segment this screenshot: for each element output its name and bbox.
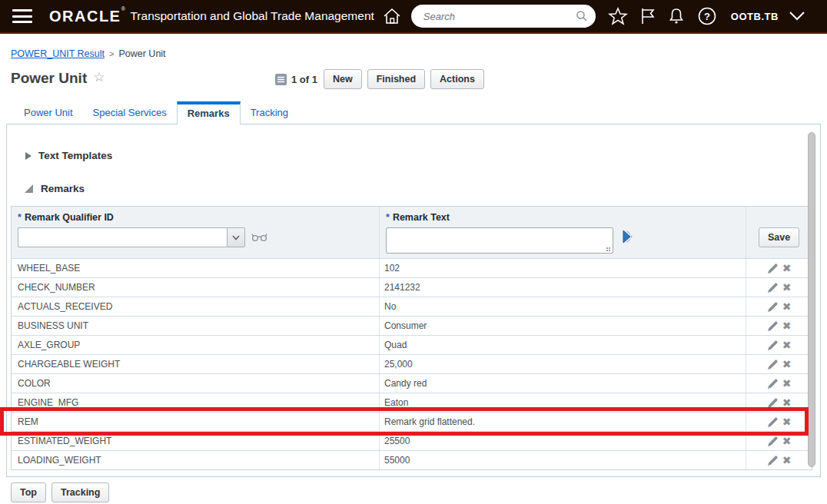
table-row[interactable]: LOADING_WEIGHT 55000 ✖: [12, 450, 812, 469]
help-icon[interactable]: ?: [697, 6, 717, 26]
table-row[interactable]: BUSINESS UNIT Consumer ✖: [12, 316, 812, 335]
edit-pencil-icon[interactable]: [767, 263, 779, 274]
row-actions: ✖: [746, 451, 812, 469]
menu-icon[interactable]: [12, 9, 32, 23]
remark-qualifier-cell: ESTIMATED_WEIGHT: [12, 432, 380, 450]
vertical-scrollbar[interactable]: [808, 129, 816, 472]
edit-pencil-icon[interactable]: [767, 359, 779, 370]
favorite-star-icon[interactable]: ☆: [93, 70, 105, 85]
column-header-remark-qualifier-id: *Remark Qualifier ID: [18, 212, 379, 223]
edit-pencil-icon[interactable]: [767, 397, 779, 409]
scrollbar-thumb[interactable]: [808, 132, 815, 467]
delete-x-icon[interactable]: ✖: [782, 455, 792, 466]
table-header-row: *Remark Qualifier ID *Remark: [12, 207, 812, 258]
tab-power-unit[interactable]: Power Unit: [14, 102, 83, 124]
delete-x-icon[interactable]: ✖: [782, 397, 792, 408]
edit-pencil-icon[interactable]: [767, 378, 779, 390]
edit-pencil-icon[interactable]: [767, 320, 779, 332]
remarks-tab-panel: Text Templates Remarks *Remark Qualifier…: [6, 124, 821, 477]
lookup-binoculars-icon[interactable]: [251, 232, 267, 242]
remark-text-cell: 25,000: [380, 355, 746, 373]
table-row[interactable]: ACTUALS_RECEIVED No ✖: [12, 297, 812, 316]
delete-x-icon[interactable]: ✖: [782, 416, 792, 427]
breadcrumb-current: Power Unit: [118, 48, 165, 59]
remark-qualifier-cell: BUSINESS UNIT: [12, 317, 380, 335]
favorites-star-icon[interactable]: [608, 7, 628, 25]
table-row[interactable]: CHARGEABLE WEIGHT 25,000 ✖: [12, 354, 812, 373]
search-input[interactable]: [423, 11, 576, 22]
edit-pencil-icon[interactable]: [767, 455, 779, 466]
row-actions: ✖: [746, 317, 812, 335]
required-marker: *: [18, 212, 22, 223]
row-actions: ✖: [746, 297, 812, 316]
app-title: Transportation and Global Trade Manageme…: [130, 9, 374, 23]
table-row[interactable]: WHEEL_BASE 102 ✖: [12, 258, 812, 277]
row-actions: ✖: [746, 355, 812, 373]
remark-qualifier-combobox: [18, 227, 245, 247]
edit-pencil-icon[interactable]: [767, 301, 779, 313]
delete-x-icon[interactable]: ✖: [782, 320, 792, 331]
finished-button[interactable]: Finished: [367, 69, 425, 89]
table-row[interactable]: ESTIMATED_WEIGHT 25500 ✖: [12, 431, 812, 450]
delete-x-icon[interactable]: ✖: [782, 301, 792, 312]
tab-special-services[interactable]: Special Services: [83, 102, 177, 124]
apply-run-icon[interactable]: [619, 229, 636, 244]
delete-x-icon[interactable]: ✖: [782, 340, 792, 350]
actions-button[interactable]: Actions: [430, 69, 484, 89]
remark-text-cell: Consumer: [380, 317, 746, 335]
table-row[interactable]: CHECK_NUMBER 2141232 ✖: [12, 277, 812, 297]
edit-pencil-icon[interactable]: [767, 282, 779, 293]
delete-x-icon[interactable]: ✖: [782, 436, 792, 446]
table-row[interactable]: REM Remark grid flattened. ✖: [12, 412, 812, 431]
combobox-chevron-down-icon[interactable]: [227, 227, 245, 247]
user-menu[interactable]: OOTB.TB: [731, 11, 779, 22]
delete-x-icon[interactable]: ✖: [782, 359, 792, 370]
notifications-bell-icon[interactable]: [668, 7, 685, 25]
remark-qualifier-cell: ACTUALS_RECEIVED: [12, 297, 380, 316]
remark-qualifier-cell: COLOR: [12, 374, 380, 393]
remark-qualifier-cell: CHARGEABLE WEIGHT: [12, 355, 380, 373]
remark-qualifier-input[interactable]: [18, 227, 227, 247]
expanded-triangle-icon: [24, 184, 34, 194]
row-actions: ✖: [746, 278, 812, 297]
remark-text-cell: Quad: [380, 336, 746, 354]
tab-tracking[interactable]: Tracking: [241, 102, 298, 124]
flag-icon[interactable]: [640, 7, 656, 25]
remark-qualifier-cell: AXLE_GROUP: [12, 336, 380, 354]
table-row[interactable]: AXLE_GROUP Quad ✖: [12, 335, 812, 354]
delete-x-icon[interactable]: ✖: [782, 282, 792, 293]
tracking-button[interactable]: Tracking: [51, 482, 109, 502]
remark-text-cell: 102: [380, 259, 746, 277]
top-button[interactable]: Top: [11, 482, 46, 502]
footer-buttons: Top Tracking: [11, 482, 827, 502]
table-row[interactable]: ENGINE_MFG Eaton ✖: [12, 393, 812, 412]
save-button[interactable]: Save: [759, 227, 799, 247]
new-button[interactable]: New: [324, 69, 362, 89]
delete-x-icon[interactable]: ✖: [782, 263, 792, 274]
remarks-table: *Remark Qualifier ID *Remark: [11, 206, 812, 470]
page-title: Power Unit: [11, 70, 87, 87]
remark-text-input[interactable]: [386, 227, 613, 254]
text-templates-section-header[interactable]: Text Templates: [25, 150, 820, 161]
remark-text-cell: 55000: [380, 451, 746, 469]
delete-x-icon[interactable]: ✖: [782, 378, 792, 389]
table-row[interactable]: COLOR Candy red ✖: [12, 373, 812, 393]
row-actions: ✖: [746, 259, 812, 277]
edit-pencil-icon[interactable]: [767, 416, 779, 428]
column-header-remark-text: *Remark Text: [386, 212, 746, 223]
edit-pencil-icon[interactable]: [767, 340, 779, 351]
remark-text-cell: 25500: [380, 432, 746, 450]
record-list-icon[interactable]: [275, 74, 287, 85]
text-templates-label: Text Templates: [38, 150, 112, 161]
global-search: [411, 5, 596, 28]
remark-qualifier-cell: CHECK_NUMBER: [12, 278, 380, 297]
remark-text-cell: Candy red: [380, 374, 746, 393]
search-icon[interactable]: [576, 10, 588, 22]
user-chevron-down-icon[interactable]: [788, 10, 806, 22]
tab-remarks[interactable]: Remarks: [177, 101, 241, 124]
home-icon[interactable]: [382, 7, 402, 25]
breadcrumb-link-power-unit-result[interactable]: POWER_UNIT Result: [11, 48, 105, 59]
remarks-section-header[interactable]: Remarks: [24, 183, 820, 194]
collapsed-triangle-icon: [25, 152, 32, 160]
edit-pencil-icon[interactable]: [767, 436, 779, 447]
